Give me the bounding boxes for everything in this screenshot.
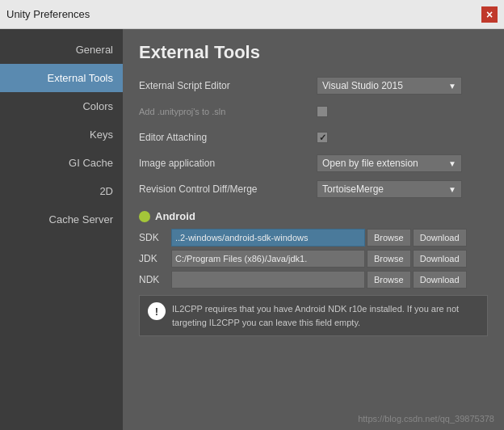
revision-control-row: Revision Control Diff/Merge TortoiseMerg… [139,179,488,199]
editor-attaching-checkbox[interactable] [317,132,328,143]
sdk-label: SDK [139,232,171,243]
sdk-browse-button[interactable]: Browse [367,229,411,247]
sidebar-item-2d[interactable]: 2D [0,177,123,205]
jdk-input[interactable] [171,250,365,268]
sidebar-item-gi-cache[interactable]: GI Cache [0,149,123,177]
dropdown-arrow-icon2: ▼ [448,159,456,168]
main-container: General External Tools Colors Keys GI Ca… [0,29,504,430]
dropdown-arrow-icon: ▼ [448,82,456,91]
android-section-heading: Android [139,210,488,222]
jdk-row: JDK Browse Download [139,250,488,268]
jdk-browse-button[interactable]: Browse [367,250,411,268]
sidebar-item-external-tools[interactable]: External Tools [0,64,123,92]
ndk-input[interactable] [171,271,365,289]
revision-control-dropdown[interactable]: TortoiseMerge ▼ [317,180,462,198]
sidebar-item-general[interactable]: General [0,36,123,64]
watermark: https://blog.csdn.net/qq_39875378 [358,414,494,424]
sdk-row: SDK Browse Download [139,229,488,247]
sidebar-item-colors[interactable]: Colors [0,92,123,120]
image-application-label: Image application [139,158,317,169]
ndk-label: NDK [139,274,171,285]
editor-attaching-label: Editor Attaching [139,132,317,143]
title-bar: Unity Preferences × [0,0,504,29]
page-title: External Tools [139,42,488,63]
sidebar-item-cache-server[interactable]: Cache Server [0,205,123,234]
image-application-row: Image application Open by file extension… [139,154,488,173]
image-application-control: Open by file extension ▼ [317,154,462,172]
ndk-download-button[interactable]: Download [413,271,467,289]
editor-attaching-row: Editor Attaching [139,128,488,147]
sidebar-item-keys[interactable]: Keys [0,120,123,149]
window-title: Unity Preferences [6,8,90,20]
external-script-editor-row: External Script Editor Visual Studio 201… [139,76,488,95]
ndk-row: NDK Browse Download [139,271,488,289]
content-area: External Tools External Script Editor Vi… [123,29,504,430]
external-script-editor-control: Visual Studio 2015 ▼ [317,77,462,95]
sdk-input[interactable] [171,229,365,247]
jdk-label: JDK [139,253,171,264]
add-unityproj-row: Add .unityproj's to .sln [139,102,488,121]
editor-attaching-control [317,132,328,143]
ndk-browse-button[interactable]: Browse [367,271,411,289]
image-application-dropdown[interactable]: Open by file extension ▼ [317,154,462,172]
warning-icon: ! [148,302,166,320]
external-script-editor-label: External Script Editor [139,80,317,91]
add-unityproj-label: Add .unityproj's to .sln [139,107,317,116]
sdk-download-button[interactable]: Download [413,229,467,247]
android-icon [139,211,150,222]
revision-control-label: Revision Control Diff/Merge [139,183,317,195]
jdk-download-button[interactable]: Download [413,250,467,268]
warning-box: ! IL2CPP requires that you have Android … [139,295,488,336]
close-button[interactable]: × [481,6,498,23]
add-unityproj-control [317,106,328,117]
add-unityproj-checkbox[interactable] [317,106,328,117]
dropdown-arrow-icon3: ▼ [448,185,456,194]
revision-control-control: TortoiseMerge ▼ [317,180,462,198]
sidebar: General External Tools Colors Keys GI Ca… [0,29,123,430]
warning-text: IL2CPP requires that you have Android ND… [172,302,479,329]
external-script-editor-dropdown[interactable]: Visual Studio 2015 ▼ [317,77,462,95]
